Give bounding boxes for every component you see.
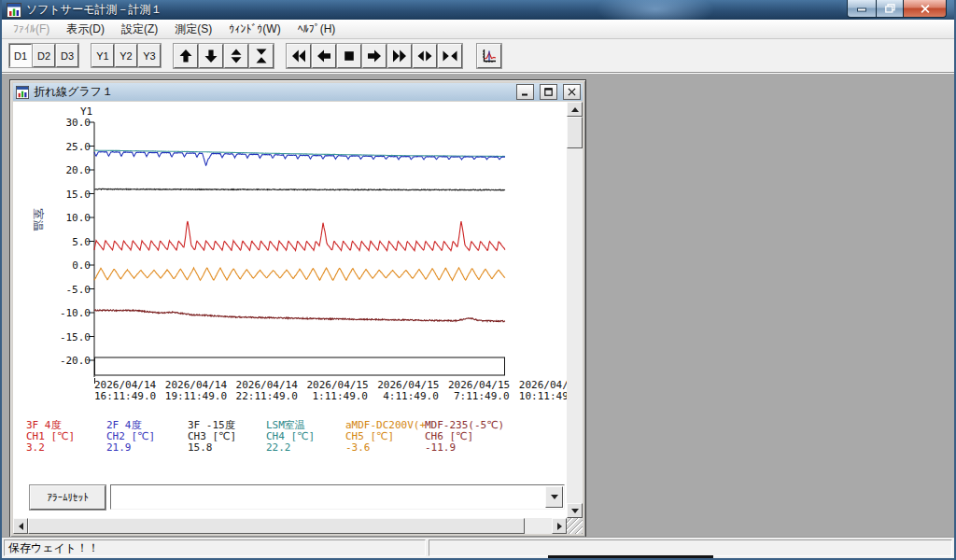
scroll-down-button[interactable] (567, 503, 583, 518)
step-forward-icon (367, 49, 382, 63)
legend-ch3: 3F -15度CH3 [℃]15.8 (188, 420, 268, 454)
y-tick-label: -15.0 (60, 331, 91, 343)
triangle-left-icon (19, 523, 23, 530)
legend-value: 22.2 (266, 442, 346, 454)
graph-window-icon (15, 86, 30, 99)
legend-ch5: aMDF-DC200V(+7CH5 [℃]-3.6 (345, 420, 426, 454)
triangle-up-icon (571, 107, 579, 112)
title-bar: ソフトサーモ計測－計測１ (2, 0, 954, 20)
menu-item-1[interactable]: 表示(D) (58, 20, 113, 39)
jump-end-icon (392, 49, 407, 63)
app-window: ソフトサーモ計測－計測１ ﾌｧｲﾙ(F)表示(D)設定(Z)測定(S)ｳｨﾝﾄﾞ… (0, 0, 956, 560)
series-ch6 (94, 310, 505, 322)
minimize-button[interactable] (847, 0, 877, 18)
scroll-left-button[interactable] (13, 518, 28, 534)
graph-maximize-button[interactable] (540, 84, 557, 100)
alarm-combo-dropdown-button[interactable] (545, 486, 563, 508)
x-tick-time: 22:11:49.0 (236, 390, 298, 402)
toolbar-button-d1[interactable]: D1 (9, 44, 32, 67)
scroll-right-button[interactable] (552, 518, 567, 534)
horizontal-scroll-thumb[interactable] (28, 518, 525, 534)
series-ch3 (94, 189, 505, 190)
toolbar-button-expand-vertical[interactable] (224, 44, 248, 68)
horizontal-scrollbar[interactable] (13, 518, 567, 534)
x-tick-time: 10:11:49.0 (519, 390, 567, 402)
toolbar-button-step-back[interactable] (312, 44, 336, 68)
x-tick-time: 16:11:49.0 (94, 390, 156, 402)
toolbar-button-move-down[interactable] (199, 44, 223, 68)
restore-button[interactable] (876, 0, 904, 18)
toolbar-button-fit-horizontal[interactable] (438, 44, 462, 68)
toolbar-button-expand-horizontal[interactable] (413, 44, 437, 68)
toolbar-button-fit-vertical[interactable] (249, 44, 274, 68)
x-tick-time: 7:11:49.0 (454, 390, 510, 402)
fit-horizontal-icon (443, 49, 457, 63)
background-window-edge (548, 555, 713, 558)
toolbar-button-d2[interactable]: D2 (33, 44, 55, 67)
y-tick-label: -5.0 (66, 284, 91, 296)
resize-grip[interactable] (567, 518, 583, 534)
stop-icon (342, 49, 357, 63)
toolbar-button-y2[interactable]: Y2 (115, 44, 137, 67)
y-tick-label: 30.0 (66, 117, 91, 129)
legend-value: 21.9 (106, 442, 187, 454)
graph-minimize-icon (521, 88, 529, 96)
graph-settings-icon (481, 48, 498, 64)
alarm-combo-input[interactable] (113, 487, 545, 507)
window-title: ソフトサーモ計測－計測１ (26, 2, 162, 18)
graph-window-title: 折れ線グラフ１ (34, 84, 511, 100)
y-tick-label: 15.0 (66, 189, 91, 201)
graph-minimize-button[interactable] (516, 84, 534, 100)
alarm-combo-box (110, 484, 565, 510)
graph-close-button[interactable] (563, 84, 581, 100)
toolbar-button-d3[interactable]: D3 (56, 44, 78, 67)
graph-client-area: Y130.025.020.015.010.05.00.0-5.0-10.0-15… (13, 102, 583, 534)
minimize-icon (857, 5, 866, 13)
legend-ch4: LSM室温CH4 [℃]22.2 (266, 420, 346, 454)
toolbar-button-jump-end[interactable] (387, 44, 412, 68)
step-back-icon (316, 49, 331, 63)
expand-horizontal-icon (417, 49, 432, 63)
jump-start-icon (291, 49, 306, 63)
graph-maximize-icon (544, 88, 553, 96)
menu-item-3[interactable]: 測定(S) (166, 20, 220, 39)
alarm-reset-button[interactable]: ｱﾗｰﾑﾘｾｯﾄ (30, 485, 105, 510)
graph-window: 折れ線グラフ１ Y130.025.020.015.010.05.00.0-5.0… (9, 79, 586, 538)
menu-bar: ﾌｧｲﾙ(F)表示(D)設定(Z)測定(S)ｳｨﾝﾄﾞｳ(W)ﾍﾙﾌﾟ(H) (2, 20, 954, 39)
toolbar-button-stop[interactable] (337, 44, 361, 68)
restore-icon (885, 4, 895, 13)
y-tick-label: 20.0 (66, 164, 91, 176)
x-tick-time: 4:11:49.0 (383, 390, 439, 402)
toolbar-button-y1[interactable]: Y1 (91, 44, 114, 67)
y-tick-label: 0.0 (72, 259, 91, 272)
status-message: 保存ウェイト！！ (4, 539, 426, 556)
y-tick-label: 25.0 (66, 141, 91, 153)
toolbar-button-y3[interactable]: Y3 (138, 44, 161, 67)
toolbar-button-move-up[interactable] (174, 44, 198, 68)
fit-vertical-icon (254, 49, 269, 63)
triangle-down-icon (571, 509, 579, 513)
vertical-scrollbar[interactable] (567, 102, 583, 518)
legend-ch2: 2F 4度CH2 [℃]21.9 (106, 420, 187, 454)
y-tick-label: -10.0 (60, 307, 91, 319)
alarm-band (95, 357, 505, 375)
vertical-scroll-thumb[interactable] (567, 117, 583, 148)
series-ch1 (94, 221, 505, 251)
toolbar-button-graph-settings[interactable] (477, 44, 501, 68)
legend-ch6: MDF-235(-5℃)CH6 [℃]-11.9 (425, 420, 505, 454)
legend-value: -11.9 (425, 442, 505, 454)
legend-value: 15.8 (188, 442, 268, 454)
menu-item-2[interactable]: 設定(Z) (113, 20, 166, 39)
menu-item-4[interactable]: ｳｨﾝﾄﾞｳ(W) (220, 21, 288, 37)
y-axis-label: 室温 (30, 209, 46, 231)
toolbar-button-jump-start[interactable] (287, 44, 311, 68)
menu-item-5[interactable]: ﾍﾙﾌﾟ(H) (289, 21, 344, 37)
scroll-up-button[interactable] (567, 102, 583, 117)
close-button[interactable] (903, 0, 947, 18)
series-ch5 (94, 268, 505, 281)
toolbar-button-step-forward[interactable] (362, 44, 387, 68)
graph-window-title-bar[interactable]: 折れ線グラフ１ (13, 83, 583, 101)
legend-ch1: 3F 4度CH1 [℃]3.2 (26, 420, 106, 454)
y-tick-label: 5.0 (72, 236, 91, 248)
graph-close-icon (568, 88, 576, 96)
